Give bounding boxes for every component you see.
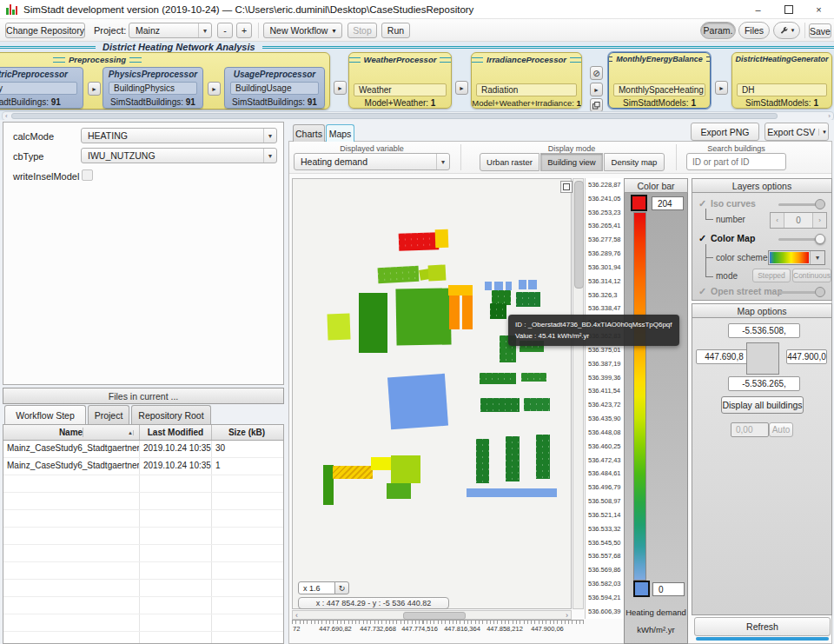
- radiation-field[interactable]: Radiation: [476, 83, 577, 96]
- files-toggle-button[interactable]: Files: [738, 22, 770, 39]
- building[interactable]: [467, 488, 557, 497]
- physics-field[interactable]: BuildingPhysics: [109, 82, 197, 95]
- project-select[interactable]: Mainz▾: [129, 23, 212, 38]
- tab-charts[interactable]: Charts: [293, 124, 325, 142]
- export-png-button[interactable]: Export PNG: [691, 123, 759, 141]
- map-vertical-scrollbar[interactable]: [573, 178, 584, 609]
- preprocessing-group[interactable]: Preprocessing GeometricPreprocessor Geom…: [0, 52, 330, 110]
- cb-type-select[interactable]: IWU_NUTZUNG▾: [81, 148, 277, 163]
- map-canvas[interactable]: [292, 178, 572, 609]
- search-input[interactable]: [686, 153, 786, 170]
- workflow-scrollbar[interactable]: ‹ ›: [2, 111, 834, 120]
- building[interactable]: [371, 457, 392, 470]
- skip-step-button[interactable]: ⊘: [590, 66, 603, 80]
- building[interactable]: [490, 303, 506, 319]
- building[interactable]: [399, 232, 440, 251]
- duplicate-step-button[interactable]: [590, 98, 603, 112]
- auto-button[interactable]: Auto: [769, 422, 793, 437]
- building[interactable]: [449, 295, 460, 329]
- spinner-decrement-icon[interactable]: ‹: [771, 213, 784, 228]
- color-scheme-select[interactable]: ▾: [768, 250, 825, 265]
- weather-processor-box[interactable]: WeatherProcessor Weather Model+Weather: …: [348, 52, 452, 109]
- physics-preprocessor-box[interactable]: PhysicsPreprocessor BuildingPhysics SimS…: [103, 67, 203, 109]
- weather-field[interactable]: Weather: [354, 83, 447, 96]
- scroll-left-icon[interactable]: ‹: [295, 611, 298, 620]
- settings-wrench-button[interactable]: ▾: [773, 22, 800, 39]
- irradiance-processor-box[interactable]: IrradianceProcessor Radiation Model+Weat…: [471, 52, 582, 109]
- close-icon[interactable]: ×: [804, 0, 834, 19]
- tab-project[interactable]: Project: [88, 405, 129, 424]
- colormap-opacity-thumb[interactable]: [815, 234, 825, 244]
- building[interactable]: [448, 285, 473, 295]
- scale-value[interactable]: x 1.6: [298, 581, 335, 594]
- building[interactable]: [494, 282, 503, 290]
- continuous-button[interactable]: Continuous: [792, 269, 831, 282]
- dh-field[interactable]: DH: [737, 83, 827, 96]
- usage-preprocessor-box[interactable]: UsagePreprocessor BuildingUsage SimStadt…: [224, 67, 325, 109]
- change-repository-button[interactable]: Change Repository: [5, 23, 85, 38]
- building[interactable]: [480, 373, 516, 384]
- arrow-button[interactable]: ►: [455, 81, 468, 95]
- building[interactable]: [480, 398, 520, 412]
- new-workflow-button[interactable]: New Workflow▾: [263, 23, 342, 38]
- arrow-button[interactable]: ►: [88, 82, 101, 96]
- map-horizontal-scrollbar[interactable]: ‹ ›: [292, 610, 572, 620]
- add-project-button[interactable]: +: [236, 23, 252, 38]
- remove-project-button[interactable]: -: [217, 23, 233, 38]
- extent-bottom-field[interactable]: -5.536.265,: [728, 376, 800, 391]
- district-heating-generator-box[interactable]: DistrictHeatingGenerator DH SimStadtMode…: [731, 52, 832, 109]
- minimize-icon[interactable]: –: [743, 0, 773, 19]
- building[interactable]: [359, 293, 387, 353]
- mode-urban-raster-button[interactable]: Urban raster: [480, 153, 539, 171]
- building[interactable]: [519, 280, 526, 289]
- scroll-left-icon[interactable]: ‹: [5, 112, 8, 120]
- building[interactable]: [516, 292, 540, 307]
- param-toggle-button[interactable]: Param.: [700, 22, 736, 39]
- display-all-buildings-button[interactable]: Display all buildings: [721, 396, 804, 414]
- calc-mode-select[interactable]: HEATING▾: [81, 128, 277, 143]
- building[interactable]: [521, 373, 546, 382]
- run-button[interactable]: Run: [381, 23, 410, 38]
- building[interactable]: [528, 280, 537, 289]
- iso-opacity-thumb[interactable]: [815, 199, 825, 209]
- osm-opacity-thumb[interactable]: [815, 287, 825, 297]
- iso-number-spinner[interactable]: ‹ 0 ›: [770, 212, 827, 229]
- geometric-preprocessor-box[interactable]: GeometricPreprocessor Geometry SimStadtB…: [0, 67, 83, 109]
- export-csv-button[interactable]: Export CSV▾: [764, 123, 829, 141]
- building[interactable]: [536, 435, 550, 479]
- stop-button[interactable]: Stop: [348, 23, 377, 38]
- building[interactable]: [435, 229, 449, 249]
- building[interactable]: [333, 466, 373, 479]
- colorbar-max-input[interactable]: 204: [652, 196, 684, 210]
- arrow-button[interactable]: ►: [715, 81, 728, 95]
- stepped-button[interactable]: Stepped: [752, 269, 791, 282]
- table-row[interactable]: Mainz_CaseStudy6_Stadtgaertnerei_D2019.1…: [3, 458, 283, 475]
- building[interactable]: [387, 483, 411, 499]
- building[interactable]: [485, 282, 492, 290]
- write-insel-checkbox[interactable]: [82, 169, 93, 181]
- refresh-button[interactable]: Refresh: [694, 617, 831, 636]
- scroll-right-icon[interactable]: ›: [828, 112, 831, 120]
- column-header-modified[interactable]: Last Modified: [140, 425, 212, 440]
- building[interactable]: [378, 266, 420, 283]
- osm-checkbox[interactable]: ✓: [698, 286, 706, 297]
- building[interactable]: [428, 264, 447, 281]
- column-header-size[interactable]: Size (kB): [212, 425, 281, 440]
- geometric-field[interactable]: Geometry: [0, 82, 77, 95]
- building[interactable]: [395, 288, 451, 345]
- extent-right-field[interactable]: 447.900,0: [786, 349, 827, 364]
- tab-workflow-step[interactable]: Workflow Step: [4, 405, 86, 424]
- tab-repository-root[interactable]: Repository Root: [131, 405, 211, 424]
- building[interactable]: [327, 314, 350, 341]
- building[interactable]: [524, 398, 550, 411]
- building[interactable]: [476, 439, 489, 483]
- maximize-icon[interactable]: [773, 0, 804, 19]
- usage-field[interactable]: BuildingUsage: [230, 82, 319, 95]
- scale-value-field[interactable]: 0,00: [731, 422, 769, 437]
- monthly-field[interactable]: MonthlySpaceHeating: [613, 83, 705, 96]
- arrow-button[interactable]: ►: [590, 83, 603, 96]
- building[interactable]: [462, 295, 473, 329]
- column-header-name[interactable]: Name▲: [3, 425, 140, 440]
- color-map-checkbox[interactable]: ✓: [698, 233, 706, 244]
- scale-reset-button[interactable]: ↻: [334, 581, 349, 594]
